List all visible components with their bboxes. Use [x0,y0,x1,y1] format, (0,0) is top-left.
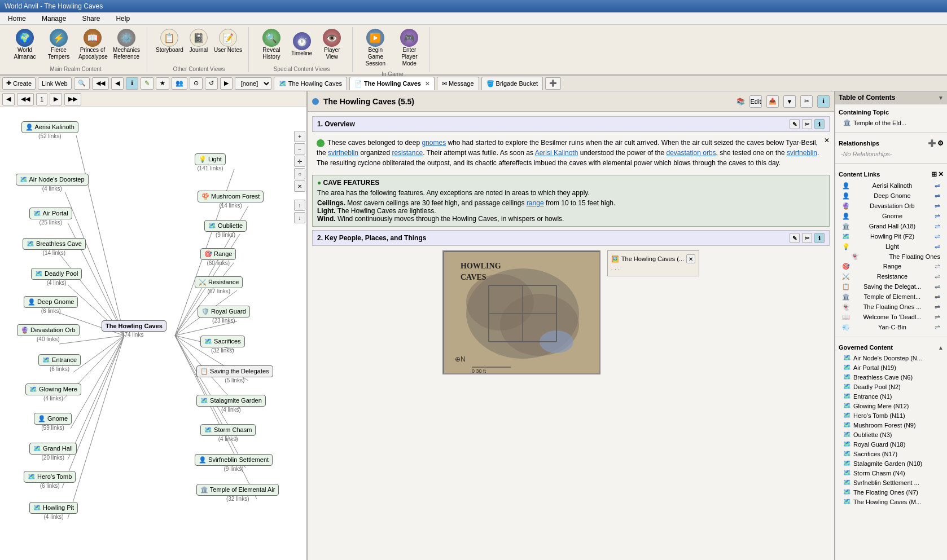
node-glowing[interactable]: 🗺️ Glowing Mere (4 links) [25,383,81,402]
link-gnome[interactable]: 👤 Gnome ⇌ [839,211,944,221]
node-storm-chasm[interactable]: 🗺️ Storm Chasm (4 links) [200,424,256,442]
collapse-btn[interactable]: ✕ [824,135,830,145]
governed-howling-caves[interactable]: 🗺️ The Howling Caves (M... [839,497,944,506]
nav-btn-star[interactable]: ★ [156,77,169,90]
tab-add-button[interactable]: ➕ [545,77,561,90]
resistance-link[interactable]: resistance [392,149,423,157]
edit-button[interactable]: Edit [749,95,762,108]
link-temple-element[interactable]: 🏛️ Temple of Element... ⇌ [839,292,944,302]
tab-howling-caves-2[interactable]: 📄 The Howling Caves ✕ [349,77,435,90]
node-resistance[interactable]: ⚔️ Resistance (67 links) [195,276,243,294]
link-howling-pit[interactable]: 🗺️ Howling Pit (F2) ⇌ [839,231,944,241]
node-saving[interactable]: 📋 Saving the Delegates (5 links) [196,365,273,383]
tool-btn-5[interactable]: ↓ [294,212,305,223]
governed-breathless[interactable]: 🗺️ Breathless Cave (N6) [839,372,944,382]
range-link[interactable]: range [527,199,544,207]
user-notes-button[interactable]: 📝 User Notes [212,27,244,55]
create-button[interactable]: ✚ Create [2,77,36,90]
node-svirfneblin[interactable]: 👤 Svirfneblin Settlement (9 links) [195,454,273,472]
governed-sacrifices[interactable]: 🗺️ Sacrifices (N17) [839,449,944,458]
menu-share[interactable]: Share [78,14,103,24]
journal-button[interactable]: 📓 Journal [187,27,210,55]
nav-btn-people[interactable]: 👥 [172,77,187,90]
princes-apocalypse-button[interactable]: 📖 Princes of Apocalypse [77,27,108,62]
map-btn-fwd[interactable]: ▶ [50,93,62,105]
node-oubliette[interactable]: 🗺️ Oubliette (9 links) [204,220,247,238]
governed-entrance[interactable]: 🗺️ Entrance (N1) [839,391,944,401]
governed-stalagmite[interactable]: 🗺️ Stalagmite Garden (N10) [839,458,944,468]
tab-message[interactable]: ✉ Message [437,77,479,90]
key-edit-btn[interactable]: ✎ [790,233,800,243]
nav-btn-1[interactable]: ◀◀ [92,77,109,90]
begin-game-session-button[interactable]: ▶️ Begin Game Session [359,27,391,69]
governed-deadly[interactable]: 🗺️ Deadly Pool (N2) [839,382,944,391]
node-heros-tomb[interactable]: 🗺️ Hero's Tomb (6 links) [24,471,76,489]
node-deep-gnome[interactable]: 👤 Deep Gnome (6 links) [24,296,78,314]
links-settings[interactable]: ✕ [938,170,944,178]
nav-dropdown[interactable]: [none] [235,77,271,90]
overview-info-btn[interactable]: ℹ [814,119,825,129]
node-devastation[interactable]: 🔮 Devastation Orb (40 links) [17,324,80,342]
toc-header[interactable]: Table of Contents ▼ [835,91,947,104]
relationships-settings[interactable]: ⚙ [937,139,944,147]
tool-btn-1[interactable]: ✛ [294,156,305,167]
governed-oubliette[interactable]: 🗺️ Oubliette (N3) [839,430,944,439]
link-range[interactable]: 🎯 Range ⇌ [839,261,944,271]
node-entrance[interactable]: 🗺️ Entrance (6 links) [38,354,81,372]
map-btn-back2[interactable]: ◀◀ [17,93,34,105]
menu-manage[interactable]: Manage [38,14,69,24]
node-gnome[interactable]: 👤 Gnome (59 links) [34,413,72,431]
timeline-button[interactable]: ⏱️ Timeline [290,30,314,59]
attachment-close[interactable]: ✕ [686,254,695,263]
governed-glowing[interactable]: 🗺️ Glowing Mere (N12) [839,401,944,411]
nav-btn-pencil[interactable]: ✎ [141,77,154,90]
header-btn-1[interactable]: 📤 [766,95,779,108]
nav-btn-forward[interactable]: ▶ [220,77,233,90]
governed-collapse-btn[interactable]: ▲ [938,345,944,351]
node-range[interactable]: 🎯 Range (60 links) [200,248,236,266]
search-button[interactable]: 🔍 [74,77,90,90]
menu-help[interactable]: Help [112,14,133,24]
link-light[interactable]: 💡 Light ⇌ [839,241,944,252]
map-btn-back[interactable]: ◀ [2,93,15,105]
player-view-button[interactable]: 👁️ Player View [316,27,348,62]
node-grand-hall[interactable]: 🗺️ Grand Hall (20 links) [29,443,77,461]
governed-royal-guard[interactable]: 🗺️ Royal Guard (N18) [839,439,944,449]
tab-howling-caves-1[interactable]: 🗺️ The Howling Caves [274,77,347,90]
tool-btn-4[interactable]: ↑ [294,200,305,211]
storyboard-button[interactable]: 📋 Storyboard [154,27,185,55]
nav-btn-refresh[interactable]: ↺ [205,77,218,90]
link-floating-ones-main[interactable]: 👻 The Floating Ones ... ⇌ [839,302,944,312]
key-people-section-header[interactable]: 2. Key People, Places, and Things ✎ ✂ ℹ [312,230,830,246]
relationships-add[interactable]: ➕ [928,139,936,147]
governed-heros-tomb[interactable]: 🗺️ Hero's Tomb (N11) [839,411,944,420]
governed-storm-chasm[interactable]: 🗺️ Storm Chasm (N4) [839,468,944,478]
center-node-box[interactable]: The Howling Caves [102,320,166,332]
svirfneblin-link[interactable]: svirfneblin [328,149,358,157]
menu-home[interactable]: Home [5,14,29,24]
tool-btn-2[interactable]: ○ [294,168,305,179]
gnomes-link[interactable]: gnomes [422,139,446,147]
node-mushroom[interactable]: 🍄 Mushroom Forest (14 links) [198,191,264,209]
containing-topic-item[interactable]: 🏛️ Temple of the Eld... [839,118,944,127]
node-light[interactable]: 💡 Light (141 links) [195,153,226,171]
tab-close-button[interactable]: ✕ [425,81,429,87]
aerisi-link[interactable]: Aerisi Kalinoth [535,149,578,157]
link-deep-gnome[interactable]: 👤 Deep Gnome ⇌ [839,191,944,201]
link-aerisi[interactable]: 👤 Aerisi Kalinoth ⇌ [839,180,944,191]
link-welcome[interactable]: 📖 Welcome To 'Deadl... ⇌ [839,312,944,322]
world-almanac-button[interactable]: 🌍 World Almanac [9,27,41,62]
governed-svirfneblin[interactable]: 🗺️ Svrfneblin Settlement ... [839,478,944,487]
key-scissors-btn[interactable]: ✂ [802,233,812,243]
node-aerisi[interactable]: 👤 Aerisi Kalinoth (52 links) [21,121,78,139]
overview-edit-btn[interactable]: ✎ [790,119,800,129]
header-btn-scissors[interactable]: ✂ [800,95,813,108]
node-air-portal[interactable]: 🗺️ Air Portal (25 links) [29,208,72,226]
governed-air-nodes[interactable]: 🗺️ Air Node's Doorstep (N... [839,353,944,363]
governed-mushroom[interactable]: 🗺️ Mushroom Forest (N9) [839,420,944,430]
enter-player-mode-button[interactable]: 🎮 Enter Player Mode [393,27,425,69]
zoom-in-button[interactable]: + [294,131,305,142]
map-btn-fwd2[interactable]: ▶▶ [64,93,81,105]
reveal-history-button[interactable]: 🔍 Reveal History [256,27,287,62]
nav-btn-2[interactable]: ◀ [111,77,124,90]
